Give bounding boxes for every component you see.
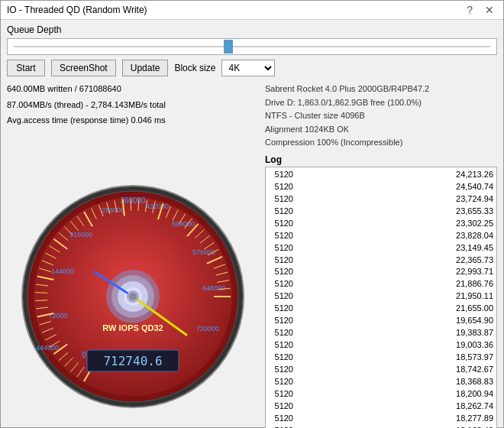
stats-avg-access: Avg.access time (response time) 0.046 ms — [7, 114, 259, 127]
gauge-label-72k: 72000 — [48, 312, 67, 319]
log-row: 512024,540.74 — [269, 181, 493, 193]
stats-throughput: 87.004MB/s (thread) - 2,784.143MB/s tota… — [7, 99, 259, 112]
main-area: 640.00MB written / 671088640 87.004MB/s … — [7, 83, 497, 428]
gauge-label-216k: 216000 — [69, 231, 92, 238]
log-row: 512019,654.90 — [269, 315, 493, 327]
log-col-value: 23,302.25 — [299, 218, 493, 230]
device-name: Sabrent Rocket 4.0 Plus 2000GB/R4PB47.2 — [265, 83, 497, 96]
close-button[interactable]: ✕ — [482, 4, 497, 16]
device-alignment: Alignment 1024KB OK — [265, 123, 497, 137]
log-col-value: 18,262.74 — [299, 400, 493, 413]
log-row: 512023,828.04 — [269, 230, 493, 242]
log-col-queue: 5120 — [269, 193, 299, 206]
log-col-queue: 5120 — [269, 290, 299, 303]
log-col-value: 19,654.90 — [299, 315, 493, 327]
log-col-value: 18,742.67 — [299, 364, 493, 376]
log-col-value: 18,277.89 — [299, 413, 493, 425]
log-col-queue: 5120 — [269, 303, 299, 315]
gauge-label-0: 0 — [82, 351, 86, 359]
log-col-queue: 5120 — [269, 352, 299, 364]
log-col-queue: 5120 — [269, 376, 299, 388]
log-row: 512018,742.67 — [269, 364, 493, 376]
queue-depth-label: Queue Depth — [7, 24, 497, 35]
log-row: 512018,368.83 — [269, 376, 493, 388]
gauge-label-360k: 360000 — [120, 196, 146, 205]
log-row: 512018,262.74 — [269, 400, 493, 413]
slider-track — [14, 46, 490, 47]
log-row: 512023,724.94 — [269, 193, 493, 206]
gauge-svg: 0 72000 144000 216000 288000 360000 4320… — [18, 182, 247, 411]
block-size-select[interactable]: 4K 512B 1K 2K 8K 16K 32K 64K 128K 256K 5… — [221, 60, 275, 76]
gauge-label-504k: 504000 — [172, 220, 195, 228]
queue-depth-slider-container[interactable] — [7, 38, 497, 55]
log-col-queue: 5120 — [269, 388, 299, 400]
log-row: 512021,886.76 — [269, 278, 493, 290]
log-col-value: 24,540.74 — [299, 181, 493, 193]
controls-row: Start ScreenShot Update Block size 4K 51… — [7, 60, 497, 76]
log-label: Log — [265, 154, 497, 165]
log-scroll[interactable]: 512024,213.26512024,540.74512023,724.945… — [266, 167, 496, 428]
log-col-value: 21,655.00 — [299, 303, 493, 315]
log-col-value: 18,573.97 — [299, 352, 493, 364]
gauge-label-288k: 288000 — [102, 206, 124, 214]
log-col-value: 19,003.36 — [299, 339, 493, 352]
log-col-queue: 5120 — [269, 181, 299, 193]
log-col-queue: 5120 — [269, 327, 299, 339]
log-col-queue: 5120 — [269, 242, 299, 255]
log-col-queue: 5120 — [269, 364, 299, 376]
gauge-center-label: RW IOPS QD32 — [102, 323, 163, 332]
svg-line-16 — [35, 293, 47, 293]
stats-written: 640.00MB written / 671088640 — [7, 83, 259, 96]
log-row: 512023,302.25 — [269, 218, 493, 230]
title-bar: IO - Threaded QD (Random Write) ? ✕ — [1, 1, 503, 20]
gauge-label-720k: 720000 — [196, 325, 219, 332]
log-col-queue: 5120 — [269, 266, 299, 278]
content-area: Queue Depth Start ScreenShot Update Bloc… — [1, 20, 503, 428]
log-row: 512023,655.33 — [269, 206, 493, 218]
device-compression: Compression 100% (Incompressible) — [265, 136, 497, 150]
update-button[interactable]: Update — [122, 60, 169, 76]
log-col-value: 23,655.33 — [299, 206, 493, 218]
svg-point-59 — [129, 293, 137, 300]
log-col-queue: 5120 — [269, 278, 299, 290]
help-button[interactable]: ? — [464, 4, 476, 16]
log-row: 512018,277.89 — [269, 413, 493, 425]
log-row: 512021,950.11 — [269, 290, 493, 303]
log-col-queue: 5120 — [269, 169, 299, 181]
title-buttons: ? ✕ — [464, 4, 497, 16]
log-row: 512018,163.49 — [269, 425, 493, 428]
block-size-label: Block size — [174, 63, 215, 73]
gauge-label-432k: 432000 — [146, 203, 169, 210]
log-col-queue: 5120 — [269, 206, 299, 218]
log-col-value: 18,368.83 — [299, 376, 493, 388]
log-container[interactable]: 512024,213.26512024,540.74512023,724.945… — [265, 167, 497, 428]
log-row: 512018,200.94 — [269, 388, 493, 400]
slider-thumb[interactable] — [224, 40, 233, 54]
log-col-queue: 5120 — [269, 230, 299, 242]
screenshot-button[interactable]: ScreenShot — [51, 60, 116, 76]
gauge-label-648k: 648000 — [202, 284, 225, 292]
gauge-label-144k: 144000 — [51, 268, 74, 275]
log-col-value: 24,213.26 — [299, 169, 493, 181]
log-col-value: 19,383.87 — [299, 327, 493, 339]
log-col-value: 18,200.94 — [299, 388, 493, 400]
log-col-queue: 5120 — [269, 218, 299, 230]
log-row: 512022,993.71 — [269, 266, 493, 278]
left-panel: 640.00MB written / 671088640 87.004MB/s … — [7, 83, 259, 428]
log-col-value: 23,828.04 — [299, 230, 493, 242]
gauge-label-576k: 576000 — [192, 248, 215, 256]
window-title: IO - Threaded QD (Random Write) — [7, 5, 147, 15]
log-col-value: 23,724.94 — [299, 193, 493, 206]
right-panel: Sabrent Rocket 4.0 Plus 2000GB/R4PB47.2 … — [265, 83, 497, 428]
log-col-value: 21,886.76 — [299, 278, 493, 290]
log-col-queue: 5120 — [269, 400, 299, 413]
log-row: 512023,149.45 — [269, 242, 493, 255]
gauge-container: 0 72000 144000 216000 288000 360000 4320… — [7, 130, 259, 429]
gauge-readout-text: 712740.6 — [103, 354, 162, 368]
log-row: 512018,573.97 — [269, 352, 493, 364]
svg-line-15 — [35, 300, 47, 301]
log-col-queue: 5120 — [269, 339, 299, 352]
log-row: 512021,655.00 — [269, 303, 493, 315]
log-col-queue: 5120 — [269, 413, 299, 425]
start-button[interactable]: Start — [7, 60, 45, 76]
